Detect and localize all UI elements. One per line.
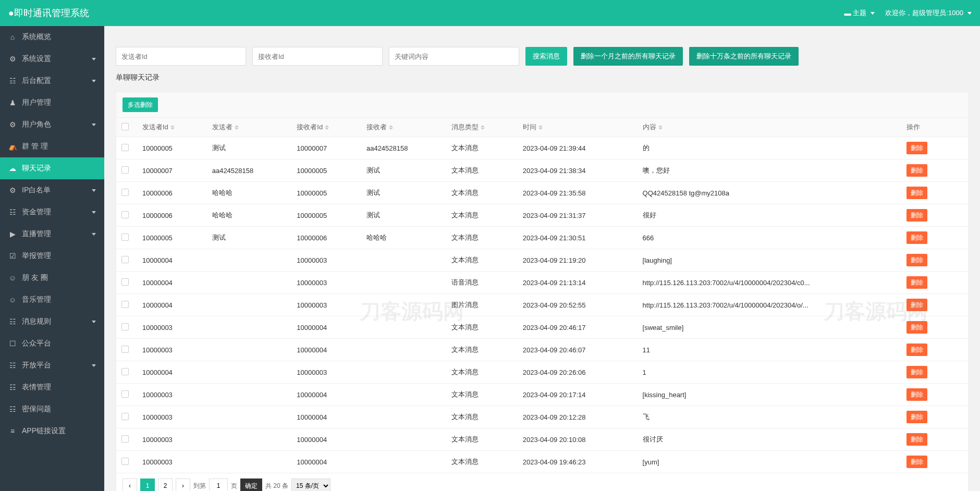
cell-content: 11 xyxy=(638,339,901,361)
delete-row-button[interactable]: 删除 xyxy=(906,254,927,266)
menu-icon: ▶ xyxy=(8,230,17,238)
cell-receiver-id: 10000004 xyxy=(291,406,361,428)
col-time[interactable]: 时间 xyxy=(518,118,638,137)
sidebar-item-2[interactable]: ☷后台配置 xyxy=(0,70,104,92)
prev-page-button[interactable]: ‹ xyxy=(123,478,137,491)
cell-sender xyxy=(207,428,292,451)
page-size-select[interactable]: 15 条/页 xyxy=(291,478,330,491)
keyword-input[interactable] xyxy=(389,47,519,66)
sidebar-item-1[interactable]: ⚙系统设置 xyxy=(0,48,104,70)
row-checkbox[interactable] xyxy=(121,189,129,196)
delete-row-button[interactable]: 删除 xyxy=(906,388,927,401)
menu-icon: ♟ xyxy=(8,99,17,107)
cell-msg-type: 文本消息 xyxy=(446,137,518,159)
cell-sender xyxy=(207,294,292,316)
col-sender-id[interactable]: 发送者Id xyxy=(137,118,207,137)
sidebar-item-3[interactable]: ♟用户管理 xyxy=(0,92,104,114)
search-button[interactable]: 搜索消息 xyxy=(525,47,567,66)
sidebar-item-14[interactable]: ☐公众平台 xyxy=(0,333,104,354)
sidebar-item-17[interactable]: ☷密保问题 xyxy=(0,398,104,420)
col-sender[interactable]: 发送者 xyxy=(207,118,292,137)
delete-row-button[interactable]: 删除 xyxy=(906,209,927,222)
receiver-id-input[interactable] xyxy=(252,47,383,66)
app-title: ●即时通讯管理系统 xyxy=(8,7,89,19)
cell-sender-id: 10000003 xyxy=(137,316,207,339)
row-checkbox[interactable] xyxy=(121,278,129,286)
goto-confirm-button[interactable]: 确定 xyxy=(240,478,262,491)
sidebar-item-5[interactable]: ⛺群 管 理 xyxy=(0,136,104,157)
chat-records-table: 发送者Id 发送者 接收者Id 接收者 消息类型 时间 内容 操作 100000… xyxy=(116,118,968,473)
section-title: 单聊聊天记录 xyxy=(116,73,974,82)
delete-row-button[interactable]: 删除 xyxy=(906,456,927,468)
page-1-button[interactable]: 1 xyxy=(140,478,155,491)
user-menu[interactable]: 欢迎你，超级管理员:1000 xyxy=(885,8,972,18)
delete-row-button[interactable]: 删除 xyxy=(906,299,927,311)
sidebar-item-18[interactable]: ≡APP链接设置 xyxy=(0,420,104,442)
row-checkbox[interactable] xyxy=(121,346,129,353)
sidebar-item-8[interactable]: ☷资金管理 xyxy=(0,201,104,223)
delete-100k-button[interactable]: 删除十万条之前的所有聊天记录 xyxy=(689,47,799,66)
menu-icon: ☷ xyxy=(8,405,17,413)
sidebar-item-9[interactable]: ▶直播管理 xyxy=(0,223,104,245)
col-msg-type[interactable]: 消息类型 xyxy=(446,118,518,137)
row-checkbox[interactable] xyxy=(121,144,129,151)
next-page-button[interactable]: › xyxy=(176,478,190,491)
row-checkbox[interactable] xyxy=(121,458,129,465)
row-checkbox[interactable] xyxy=(121,390,129,398)
delete-row-button[interactable]: 删除 xyxy=(906,343,927,356)
sidebar-item-label: IP白名单 xyxy=(22,186,51,195)
table-row: 1000000410000003语音消息2023-04-09 21:13:14h… xyxy=(116,272,968,294)
row-checkbox[interactable] xyxy=(121,301,129,308)
cell-sender xyxy=(207,339,292,361)
multi-delete-button[interactable]: 多选删除 xyxy=(123,97,158,112)
cell-sender-id: 10000004 xyxy=(137,361,207,384)
sidebar-item-12[interactable]: ☺音乐管理 xyxy=(0,289,104,311)
col-receiver[interactable]: 接收者 xyxy=(361,118,446,137)
col-content[interactable]: 内容 xyxy=(638,118,901,137)
select-all-checkbox[interactable] xyxy=(121,123,129,130)
cell-time: 2023-04-09 20:46:07 xyxy=(518,339,638,361)
cell-msg-type: 文本消息 xyxy=(446,159,518,182)
sidebar-item-label: APP链接设置 xyxy=(22,426,66,436)
delete-row-button[interactable]: 删除 xyxy=(906,231,927,244)
sidebar-item-label: 后台配置 xyxy=(22,76,51,85)
delete-row-button[interactable]: 删除 xyxy=(906,276,927,289)
cell-sender: 哈哈哈 xyxy=(207,182,292,204)
page-number-input[interactable] xyxy=(209,478,228,491)
delete-row-button[interactable]: 删除 xyxy=(906,433,927,446)
row-checkbox[interactable] xyxy=(121,413,129,420)
cell-sender-id: 10000004 xyxy=(137,294,207,316)
delete-month-button[interactable]: 删除一个月之前的所有聊天记录 xyxy=(573,47,683,66)
menu-icon: ⚙ xyxy=(8,55,17,63)
sidebar-item-15[interactable]: ☷开放平台 xyxy=(0,354,104,376)
row-checkbox[interactable] xyxy=(121,234,129,241)
row-checkbox[interactable] xyxy=(121,166,129,174)
row-checkbox[interactable] xyxy=(121,211,129,218)
sidebar-item-11[interactable]: ☺朋 友 圈 xyxy=(0,267,104,289)
delete-row-button[interactable]: 删除 xyxy=(906,366,927,378)
page-2-button[interactable]: 2 xyxy=(158,478,173,491)
row-checkbox[interactable] xyxy=(121,368,129,375)
delete-row-button[interactable]: 删除 xyxy=(906,187,927,199)
row-checkbox[interactable] xyxy=(121,256,129,263)
delete-row-button[interactable]: 删除 xyxy=(906,164,927,177)
sender-id-input[interactable] xyxy=(116,47,246,66)
sidebar-item-13[interactable]: ☷消息规则 xyxy=(0,311,104,333)
sidebar-item-16[interactable]: ☷表情管理 xyxy=(0,376,104,398)
sidebar-item-4[interactable]: ⚙用户角色 xyxy=(0,114,104,136)
table-row: 10000006哈哈哈10000005测试文本消息2023-04-09 21:3… xyxy=(116,204,968,227)
col-receiver-id[interactable]: 接收者Id xyxy=(291,118,361,137)
table-row: 1000000410000003文本消息2023-04-09 20:26:061… xyxy=(116,361,968,384)
sidebar-item-0[interactable]: ⌂系统概览 xyxy=(0,26,104,48)
sidebar-item-6[interactable]: ☁聊天记录 xyxy=(0,157,104,179)
menu-icon: ⛺ xyxy=(8,142,17,151)
row-checkbox[interactable] xyxy=(121,435,129,443)
delete-row-button[interactable]: 删除 xyxy=(906,411,927,423)
row-checkbox[interactable] xyxy=(121,323,129,330)
sidebar-item-10[interactable]: ☑举报管理 xyxy=(0,245,104,267)
delete-row-button[interactable]: 删除 xyxy=(906,321,927,334)
theme-switcher[interactable]: ▬ 主题 xyxy=(844,8,875,18)
sidebar-item-7[interactable]: ⚙IP白名单 xyxy=(0,179,104,201)
delete-row-button[interactable]: 删除 xyxy=(906,142,927,154)
cell-sender-id: 10000003 xyxy=(137,451,207,473)
